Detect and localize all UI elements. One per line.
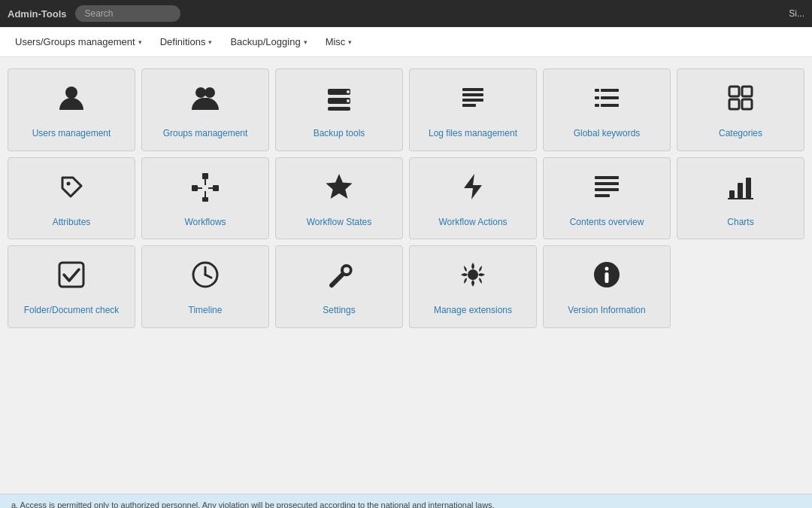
tile-label-version-information: Version Information [568,305,645,317]
group-icon [190,83,220,122]
top-right-label: Si... [789,8,804,19]
svg-point-6 [347,90,350,93]
tile-users-management[interactable]: Users management [8,68,135,151]
list-icon [592,83,622,122]
svg-rect-19 [742,87,752,96]
tile-label-users-management: Users management [32,128,111,140]
nav-users-groups[interactable]: Users/Groups management ▾ [8,32,150,52]
topbar: Admin-Tools Si... [0,0,812,27]
user-icon [56,83,86,122]
tile-workflow-states[interactable]: Workflow States [275,157,403,240]
nav-backup-logging-caret: ▾ [304,38,308,46]
svg-rect-5 [328,107,350,111]
tile-timeline[interactable]: Timeline [141,245,269,328]
tile-attributes[interactable]: Attributes [8,157,135,240]
svg-point-2 [205,87,215,98]
svg-point-47 [605,267,609,271]
svg-rect-24 [192,185,198,191]
tile-label-workflow-states: Workflow States [307,217,371,229]
svg-rect-21 [742,99,752,109]
tile-label-workflow-actions: Workflow Actions [438,217,507,229]
svg-rect-9 [462,93,483,96]
svg-marker-31 [326,174,352,199]
tile-label-groups-management: Groups management [163,128,248,140]
svg-rect-36 [595,194,610,197]
svg-rect-23 [202,173,208,179]
svg-rect-11 [462,104,476,107]
svg-rect-13 [601,89,619,92]
svg-rect-20 [729,99,739,109]
tile-workflow-actions[interactable]: Workflow Actions [409,157,537,240]
workflow-icon [190,172,220,211]
check-icon [56,260,86,299]
svg-rect-15 [601,96,619,99]
extensions-icon [458,260,488,299]
tag-icon [56,172,86,211]
nav-definitions-label: Definitions [160,36,206,47]
nav-definitions[interactable]: Definitions ▾ [153,32,220,52]
wrench-icon [324,260,354,299]
tile-label-timeline: Timeline [189,305,223,317]
svg-rect-12 [595,89,599,92]
logs-icon [458,83,488,122]
tile-log-files-management[interactable]: Log files management [409,68,537,151]
tile-workflows[interactable]: Workflows [141,157,269,240]
svg-rect-26 [202,197,208,202]
tile-label-log-files-management: Log files management [429,128,517,140]
svg-rect-18 [729,87,739,96]
tile-contents-overview[interactable]: Contents overview [543,157,671,240]
main-content: Users managementGroups managementBackup … [0,57,812,494]
nav-backup-logging-label: Backup/Logging [230,36,300,47]
tile-label-categories: Categories [719,128,762,140]
svg-rect-25 [213,185,219,191]
footer: a. Access is permitted only to authorize… [0,494,812,508]
svg-rect-10 [462,99,483,102]
nav-misc-caret: ▾ [348,38,352,46]
tile-label-attributes: Attributes [53,217,91,229]
nav-users-groups-label: Users/Groups management [15,36,135,47]
search-input[interactable] [75,5,180,22]
svg-rect-37 [729,190,735,198]
tile-version-information[interactable]: Version Information [543,245,671,328]
backup-icon [324,83,354,122]
svg-rect-8 [462,88,483,91]
nav-backup-logging[interactable]: Backup/Logging ▾ [223,32,314,52]
svg-point-1 [195,87,206,98]
tile-label-charts: Charts [727,217,753,229]
star-icon [324,172,354,211]
svg-point-7 [347,99,350,102]
svg-rect-34 [595,182,619,185]
tile-label-backup-tools: Backup tools [314,128,365,140]
navbar: Users/Groups management ▾ Definitions ▾ … [0,27,812,57]
tile-groups-management[interactable]: Groups management [141,68,269,151]
tile-backup-tools[interactable]: Backup tools [275,68,403,151]
footer-notice: a. Access is permitted only to authorize… [11,500,801,508]
tile-charts[interactable]: Charts [677,157,804,240]
nav-misc[interactable]: Misc ▾ [318,32,360,52]
nav-definitions-caret: ▾ [208,38,212,46]
tile-categories[interactable]: Categories [677,68,804,151]
tile-settings[interactable]: Settings [275,245,403,328]
tile-label-manage-extensions: Manage extensions [434,305,512,317]
svg-rect-16 [595,104,599,107]
svg-rect-17 [601,104,619,107]
lightning-icon [458,172,488,211]
svg-rect-35 [595,188,619,191]
overview-icon [592,172,622,211]
tile-global-keywords[interactable]: Global keywords [543,68,671,151]
nav-users-groups-caret: ▾ [138,38,142,46]
svg-marker-32 [464,174,482,199]
svg-rect-38 [738,183,743,198]
tile-label-workflows: Workflows [184,217,226,229]
tiles-grid: Users managementGroups managementBackup … [8,68,804,328]
app-name: Admin-Tools [8,8,66,20]
tile-label-global-keywords: Global keywords [574,128,641,140]
tile-folder-document-check[interactable]: Folder/Document check [8,245,135,328]
svg-point-0 [65,87,77,99]
svg-rect-14 [595,96,599,99]
nav-misc-label: Misc [326,36,346,47]
tile-manage-extensions[interactable]: Manage extensions [409,245,537,328]
info-icon [592,260,622,299]
svg-line-44 [205,275,211,278]
categories-icon [726,83,756,122]
